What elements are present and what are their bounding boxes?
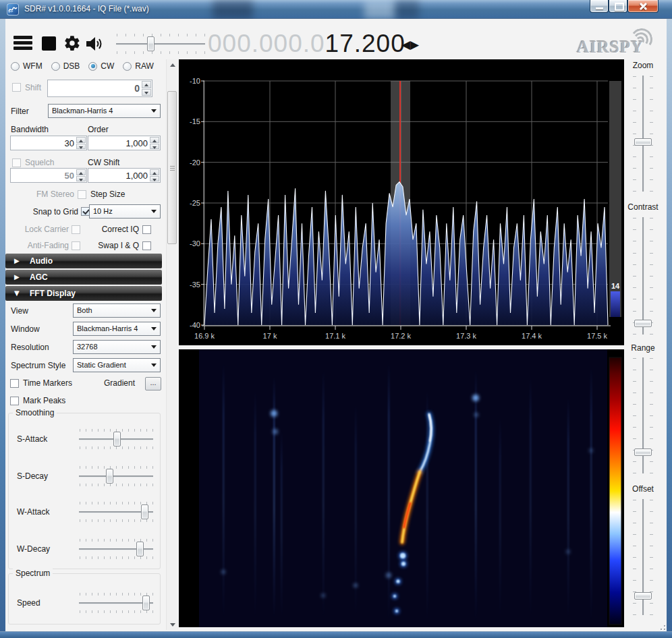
frequency-dim-digits[interactable]: 000.000.0	[208, 30, 325, 57]
resize-grip[interactable]	[657, 622, 665, 630]
slider-track[interactable]	[642, 76, 644, 192]
close-button[interactable]	[627, 0, 659, 13]
window-dropdown[interactable]: Blackman-Harris 4	[73, 322, 161, 336]
signal-dot	[401, 562, 405, 566]
spin-down-icon[interactable]	[76, 176, 86, 182]
volume-slider[interactable]	[113, 32, 208, 55]
mark-peaks-checkbox[interactable]	[10, 397, 19, 405]
swap-iq-checkbox[interactable]	[142, 241, 151, 250]
time-markers-checkbox[interactable]	[10, 379, 19, 388]
audio-panel-header[interactable]: ▶Audio	[5, 254, 162, 268]
slider-tick	[633, 179, 636, 180]
slider-tick	[650, 427, 653, 428]
correct-iq-checkbox[interactable]	[142, 225, 151, 234]
fft-display-panel-header[interactable]: ▼FFT Display	[5, 286, 162, 301]
cw-shift-spinner[interactable]	[150, 169, 159, 181]
slider-thumb[interactable]	[142, 596, 150, 610]
frequency-display[interactable]: 000.000.017.200	[208, 28, 405, 59]
slider-thumb[interactable]	[634, 592, 652, 600]
anti-fading-checkbox[interactable]	[72, 241, 80, 250]
w-attack-slider[interactable]	[76, 500, 156, 523]
slider-thumb[interactable]	[141, 504, 148, 519]
zoom-slider[interactable]	[632, 73, 654, 194]
mode-option-dsb[interactable]: DSB	[51, 61, 80, 71]
mode-option-cw[interactable]: CW	[88, 61, 114, 71]
scroll-down-button[interactable]	[167, 619, 178, 630]
range-slider[interactable]	[632, 355, 654, 476]
maximize-button[interactable]	[609, 0, 627, 13]
panel-scrollbar[interactable]	[166, 59, 177, 630]
minimize-button[interactable]	[590, 0, 609, 13]
s-attack-slider[interactable]	[76, 428, 156, 451]
spin-down-icon[interactable]	[76, 144, 86, 150]
spin-up-icon[interactable]	[76, 169, 86, 175]
slider-thumb[interactable]	[634, 138, 652, 146]
resolution-dropdown[interactable]: 32768	[73, 340, 161, 354]
scrollbar-thumb[interactable]	[167, 91, 177, 244]
step-size-dropdown[interactable]: 10 Hz	[89, 204, 161, 219]
bandwidth-spinner[interactable]	[76, 137, 86, 149]
radio-raw[interactable]	[123, 62, 132, 71]
spin-down-icon[interactable]	[142, 89, 151, 96]
mode-option-wfm[interactable]: WFM	[11, 61, 43, 71]
audio-mute-button[interactable]	[85, 36, 105, 52]
tune-step-arrows[interactable]: ◀▶	[401, 38, 419, 51]
shift-input[interactable]: 0	[47, 80, 152, 97]
gradient-edit-button[interactable]: ...	[145, 377, 161, 390]
menu-button[interactable]	[13, 36, 32, 50]
slider-thumb[interactable]	[634, 448, 652, 456]
radio-cw[interactable]	[88, 62, 97, 71]
mode-option-raw[interactable]: RAW	[123, 61, 154, 71]
slider-thumb[interactable]	[136, 542, 144, 556]
radio-dsb[interactable]	[51, 62, 60, 71]
offset-slider[interactable]	[632, 496, 654, 618]
order-spinner[interactable]	[150, 137, 159, 149]
scroll-up-button[interactable]	[167, 59, 178, 70]
spectrum-display[interactable]: -10-15-20-25-30-35-4016.9 k17 k17.1 k17.…	[179, 59, 624, 345]
radio-wfm[interactable]	[11, 62, 20, 71]
frequency-active-digits[interactable]: 17.200	[325, 30, 405, 57]
filter-dropdown[interactable]: Blackman-Harris 4	[48, 104, 161, 118]
slider-thumb[interactable]	[634, 320, 652, 327]
spectrum-style-dropdown[interactable]: Static Gradient	[73, 358, 161, 372]
contrast-slider[interactable]	[632, 214, 654, 337]
slider-thumb[interactable]	[113, 432, 121, 446]
title-bar[interactable]: SDR# v1.0.0.1664 - IQ File (*.wav)	[0, 0, 672, 19]
view-dropdown[interactable]: Both	[73, 303, 161, 318]
stop-button[interactable]	[42, 36, 56, 51]
slider-track[interactable]	[116, 43, 205, 45]
speed-slider[interactable]	[76, 591, 156, 614]
spin-down-icon[interactable]	[150, 176, 159, 182]
bandwidth-input[interactable]: 30	[10, 136, 87, 150]
slider-track[interactable]	[642, 357, 644, 473]
spin-up-icon[interactable]	[150, 137, 159, 143]
spin-up-icon[interactable]	[150, 169, 159, 175]
slider-tick	[650, 276, 653, 277]
spin-down-icon[interactable]	[150, 144, 159, 150]
spectrum-plot[interactable]: -10-15-20-25-30-35-4016.9 k17 k17.1 k17.…	[179, 59, 624, 345]
cw-shift-input[interactable]: 1,000	[88, 168, 161, 183]
swap-iq-label: Swap I & Q	[85, 241, 139, 250]
slider-track[interactable]	[79, 475, 153, 477]
spin-up-icon[interactable]	[142, 81, 151, 88]
squelch-input[interactable]: 50	[10, 168, 87, 183]
lock-carrier-checkbox[interactable]	[72, 225, 80, 234]
slider-tick	[650, 393, 653, 393]
squelch-spinner[interactable]	[76, 169, 86, 181]
spin-up-icon[interactable]	[76, 137, 86, 143]
squelch-checkbox[interactable]	[12, 158, 21, 167]
waterfall-display[interactable]	[179, 349, 624, 627]
slider-track[interactable]	[642, 217, 644, 335]
waterfall-plot[interactable]	[179, 349, 624, 627]
fm-stereo-checkbox[interactable]	[78, 190, 86, 199]
slider-tick	[92, 429, 92, 432]
w-decay-slider[interactable]	[76, 538, 156, 560]
settings-button[interactable]	[63, 34, 81, 52]
slider-thumb[interactable]	[147, 36, 155, 51]
shift-spinner[interactable]	[142, 81, 151, 96]
shift-checkbox[interactable]	[12, 83, 21, 92]
s-decay-slider[interactable]	[76, 465, 156, 488]
slider-thumb[interactable]	[106, 469, 113, 484]
agc-panel-header[interactable]: ▶AGC	[5, 270, 162, 285]
order-input[interactable]: 1,000	[88, 136, 161, 150]
